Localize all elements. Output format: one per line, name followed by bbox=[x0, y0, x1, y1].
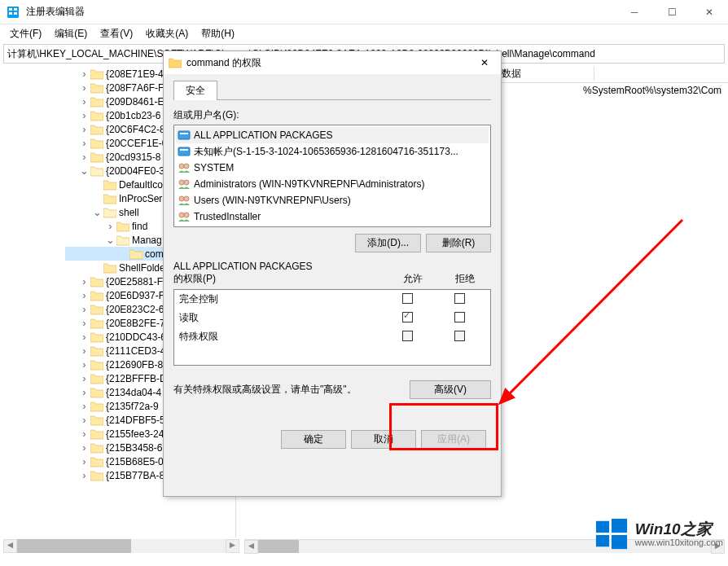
tree-label: InProcSer bbox=[119, 193, 162, 204]
cancel-button[interactable]: 取消 bbox=[351, 430, 416, 449]
tree-label: {2155fee3-24 bbox=[106, 428, 164, 440]
permission-row: 读取 bbox=[174, 309, 490, 327]
menu-favorites[interactable]: 收藏夹(A) bbox=[139, 25, 195, 42]
tree-scrollbar[interactable]: ◄► bbox=[3, 539, 239, 553]
expander-icon[interactable]: › bbox=[78, 290, 90, 301]
expander-icon[interactable]: › bbox=[78, 428, 90, 439]
expander-icon[interactable]: › bbox=[78, 470, 90, 480]
expander-icon[interactable]: ⌄ bbox=[78, 165, 90, 176]
tab-security[interactable]: 安全 bbox=[173, 81, 217, 100]
window-controls: ─ ☐ ✕ bbox=[616, 0, 728, 24]
svg-rect-4 bbox=[14, 12, 17, 15]
expander-icon[interactable]: › bbox=[78, 304, 90, 314]
menu-edit[interactable]: 编辑(E) bbox=[48, 25, 94, 42]
svg-point-12 bbox=[184, 180, 189, 185]
maximize-button[interactable]: ☐ bbox=[653, 0, 691, 24]
expander-icon[interactable]: › bbox=[78, 276, 90, 287]
permission-row: 特殊权限 bbox=[174, 327, 490, 346]
watermark: Win10之家 www.win10xitong.com bbox=[594, 517, 723, 551]
dialog-title: command 的权限 bbox=[186, 56, 468, 70]
user-list-item[interactable]: SYSTEM bbox=[176, 160, 489, 176]
svg-point-9 bbox=[179, 164, 184, 169]
tree-label: {20C6F4C2-8 bbox=[106, 124, 165, 135]
svg-rect-5 bbox=[178, 131, 190, 139]
remove-button[interactable]: 删除(R) bbox=[426, 234, 491, 252]
expander-icon[interactable]: ⌄ bbox=[91, 207, 103, 217]
dialog-titlebar: command 的权限 ✕ bbox=[164, 51, 501, 74]
minimize-button[interactable]: ─ bbox=[616, 0, 653, 24]
permission-row: 完全控制 bbox=[174, 290, 490, 309]
menu-view[interactable]: 查看(V) bbox=[94, 25, 139, 42]
expander-icon[interactable]: › bbox=[78, 138, 90, 148]
expander-icon[interactable]: › bbox=[78, 373, 90, 384]
expander-icon[interactable]: › bbox=[78, 151, 90, 162]
expander-icon[interactable]: › bbox=[78, 318, 90, 328]
watermark-brand: Win10之家 bbox=[635, 521, 723, 538]
tree-label: {210DDC43-6 bbox=[106, 331, 166, 343]
user-label: Administrators (WIN-N9TKVNREPNF\Administ… bbox=[194, 178, 424, 190]
tree-label: {20b1cb23-6 bbox=[106, 110, 160, 121]
expander-icon[interactable]: › bbox=[78, 387, 90, 397]
titlebar: 注册表编辑器 ─ ☐ ✕ bbox=[0, 0, 728, 24]
expander-icon[interactable]: › bbox=[78, 345, 90, 356]
expander-icon[interactable]: › bbox=[78, 442, 90, 453]
user-label: SYSTEM bbox=[194, 162, 234, 173]
svg-rect-18 bbox=[596, 521, 609, 533]
tree-label: {208E71E9-4 bbox=[106, 68, 164, 80]
perm-label: 特殊权限 bbox=[179, 330, 381, 344]
svg-point-11 bbox=[179, 180, 184, 185]
apply-button[interactable]: 应用(A) bbox=[421, 430, 486, 449]
svg-point-13 bbox=[179, 196, 184, 201]
permissions-dialog: command 的权限 ✕ 安全 组或用户名(G): ALL APPLICATI… bbox=[163, 50, 502, 497]
perm-title-1: ALL APPLICATION PACKAGES bbox=[173, 261, 387, 272]
expander-icon[interactable]: › bbox=[78, 331, 90, 342]
user-list-item[interactable]: 未知帐户(S-1-15-3-1024-1065365936-1281604716… bbox=[176, 143, 489, 160]
user-label: 未知帐户(S-1-15-3-1024-1065365936-1281604716… bbox=[194, 145, 458, 159]
allow-checkbox[interactable] bbox=[402, 312, 413, 322]
expander-icon[interactable]: ⌄ bbox=[104, 235, 116, 245]
svg-rect-8 bbox=[180, 149, 188, 151]
expander-icon[interactable]: › bbox=[78, 415, 90, 425]
expander-icon[interactable]: › bbox=[78, 359, 90, 370]
expander-icon[interactable]: › bbox=[78, 82, 90, 93]
tree-label: ShellFolde bbox=[119, 262, 165, 274]
expander-icon[interactable]: › bbox=[78, 96, 90, 107]
user-list-item[interactable]: ALL APPLICATION PACKAGES bbox=[176, 127, 489, 143]
deny-checkbox[interactable] bbox=[454, 293, 465, 304]
advanced-button[interactable]: 高级(V) bbox=[410, 380, 491, 399]
expander-icon[interactable]: › bbox=[78, 401, 90, 411]
deny-checkbox[interactable] bbox=[454, 312, 465, 322]
tree-label: {20CCEF1E-0 bbox=[106, 138, 167, 149]
ok-button[interactable]: 确定 bbox=[281, 430, 346, 449]
user-list-item[interactable]: TrustedInstaller bbox=[176, 208, 489, 225]
user-list-item[interactable]: Users (WIN-N9TKVNREPNF\Users) bbox=[176, 192, 489, 208]
user-list[interactable]: ALL APPLICATION PACKAGES未知帐户(S-1-15-3-10… bbox=[173, 125, 491, 227]
svg-point-16 bbox=[184, 213, 189, 217]
dialog-close-button[interactable]: ✕ bbox=[468, 51, 501, 74]
svg-rect-7 bbox=[178, 147, 190, 156]
expander-icon[interactable]: › bbox=[78, 124, 90, 134]
expander-icon[interactable]: › bbox=[78, 110, 90, 121]
tree-label: Manag bbox=[132, 235, 162, 246]
expander-icon[interactable]: › bbox=[104, 221, 116, 231]
expander-icon[interactable]: › bbox=[78, 456, 90, 467]
allow-checkbox[interactable] bbox=[402, 293, 413, 304]
tree-label: {20E8B2FE-7 bbox=[106, 318, 165, 329]
menu-help[interactable]: 帮助(H) bbox=[195, 25, 241, 42]
expander-icon[interactable]: › bbox=[78, 68, 90, 79]
perm-label: 完全控制 bbox=[179, 292, 381, 306]
menu-file[interactable]: 文件(F) bbox=[3, 25, 48, 42]
tree-label: {208F7A6F-FE bbox=[106, 82, 170, 94]
advanced-hint: 有关特殊权限或高级设置，请单击"高级"。 bbox=[173, 383, 410, 397]
svg-point-14 bbox=[184, 196, 189, 201]
perm-col-allow: 允许 bbox=[387, 261, 439, 286]
allow-checkbox bbox=[402, 331, 413, 341]
tab-strip: 安全 bbox=[173, 81, 491, 100]
close-button[interactable]: ✕ bbox=[691, 0, 728, 24]
list-col-data[interactable]: 数据 bbox=[497, 67, 594, 81]
user-list-item[interactable]: Administrators (WIN-N9TKVNREPNF\Administ… bbox=[176, 176, 489, 192]
tree-label: {20E6D937-F bbox=[106, 290, 164, 301]
add-button[interactable]: 添加(D)... bbox=[355, 234, 421, 252]
tree-label: {2134da04-4 bbox=[106, 387, 161, 398]
watermark-url: www.win10xitong.com bbox=[635, 537, 723, 547]
